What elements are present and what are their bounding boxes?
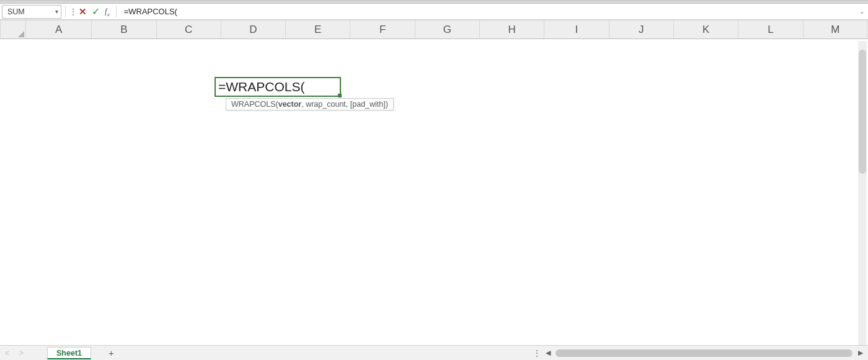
col-header-E[interactable]: E bbox=[286, 20, 350, 39]
tooltip-fn: WRAPCOLS( bbox=[231, 100, 278, 109]
col-header-C[interactable]: C bbox=[156, 20, 221, 39]
name-box[interactable]: SUM ▾ bbox=[2, 5, 61, 19]
sheet-tab-bar: < > Sheet1 + ⋮ ◀ ▶ bbox=[0, 345, 868, 360]
select-all-corner[interactable] bbox=[1, 20, 26, 39]
col-header-D[interactable]: D bbox=[221, 20, 285, 39]
more-icon[interactable]: ⋮ bbox=[69, 7, 76, 16]
add-sheet-icon[interactable]: + bbox=[108, 348, 114, 358]
enter-icon[interactable]: ✓ bbox=[89, 6, 102, 17]
active-cell-text: =WRAPCOLS( bbox=[218, 79, 304, 94]
vertical-scroll-thumb[interactable] bbox=[859, 50, 866, 174]
function-tooltip[interactable]: WRAPCOLS(vector, wrap_count, [pad_with]) bbox=[226, 98, 394, 110]
expand-formula-bar-icon[interactable]: ⌄ bbox=[856, 8, 868, 15]
horizontal-scrollbar[interactable] bbox=[556, 349, 853, 357]
col-header-M[interactable]: M bbox=[803, 20, 867, 39]
chevron-down-icon[interactable]: ▾ bbox=[55, 8, 58, 15]
col-header-I[interactable]: I bbox=[544, 20, 609, 39]
worksheet-grid[interactable]: A B C D E F G H I J K L M =WRAPCOLS( WRA… bbox=[0, 20, 868, 345]
fx-icon[interactable]: fx bbox=[102, 6, 112, 17]
formula-bar: SUM ▾ ⋮ ✕ ✓ fx =WRAPCOLS( ⌄ bbox=[0, 4, 868, 20]
separator bbox=[116, 6, 117, 17]
vertical-scrollbar[interactable] bbox=[858, 41, 867, 348]
horizontal-scroll-thumb[interactable] bbox=[556, 349, 852, 357]
col-header-H[interactable]: H bbox=[480, 20, 544, 39]
formula-input[interactable]: =WRAPCOLS( bbox=[120, 7, 856, 16]
active-cell-editor[interactable]: =WRAPCOLS( bbox=[215, 77, 341, 97]
col-header-B[interactable]: B bbox=[92, 20, 156, 39]
col-header-A[interactable]: A bbox=[25, 20, 91, 39]
col-header-G[interactable]: G bbox=[415, 20, 479, 39]
separator bbox=[65, 6, 66, 17]
cancel-icon[interactable]: ✕ bbox=[76, 6, 89, 17]
col-header-J[interactable]: J bbox=[609, 20, 673, 39]
tab-more-icon[interactable]: ⋮ bbox=[529, 349, 544, 358]
col-header-K[interactable]: K bbox=[673, 20, 738, 39]
hscroll-right-icon[interactable]: ▶ bbox=[857, 349, 868, 357]
tooltip-rest: , wrap_count, [pad_with]) bbox=[301, 100, 388, 109]
column-header-row: A B C D E F G H I J K L M bbox=[1, 20, 868, 39]
tab-prev-icon[interactable]: < bbox=[0, 349, 14, 358]
sheet-table: A B C D E F G H I J K L M bbox=[0, 20, 868, 39]
sheet-tab-active[interactable]: Sheet1 bbox=[47, 347, 91, 359]
fill-handle[interactable] bbox=[338, 94, 342, 97]
hscroll-left-icon[interactable]: ◀ bbox=[544, 349, 552, 357]
col-header-L[interactable]: L bbox=[738, 20, 803, 39]
col-header-F[interactable]: F bbox=[350, 20, 415, 39]
tooltip-arg-bold: vector bbox=[278, 100, 302, 109]
name-box-value: SUM bbox=[7, 7, 25, 16]
tab-next-icon[interactable]: > bbox=[14, 349, 29, 358]
